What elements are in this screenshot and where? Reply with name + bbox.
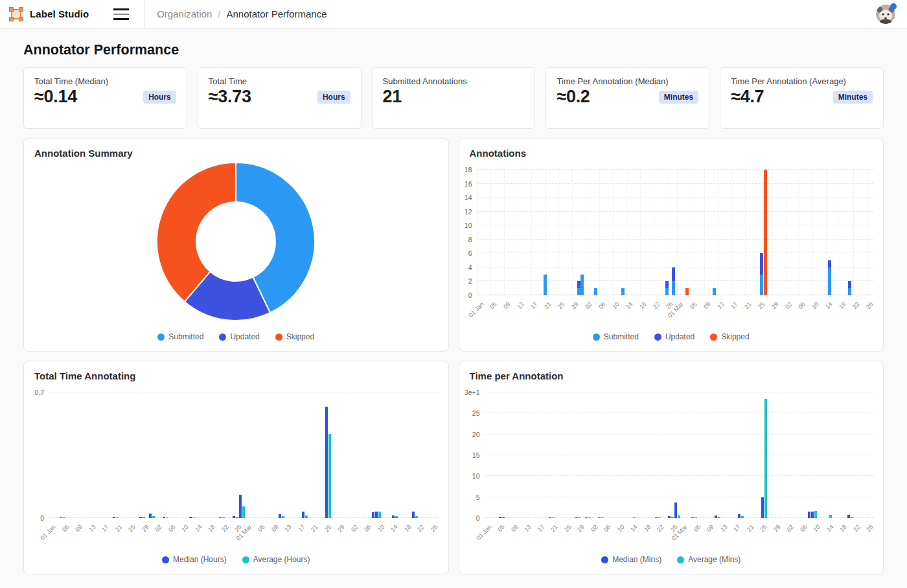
bar-average-13-feb[interactable] [192, 517, 195, 518]
bar-average-01-feb[interactable] [588, 517, 591, 518]
bar-average-19-mar[interactable] [305, 515, 308, 518]
legend-item-median-hours[interactable]: Median (Hours) [162, 555, 227, 564]
bar-updated-26-feb[interactable] [665, 281, 669, 288]
bar-average-15-feb[interactable] [633, 517, 636, 518]
bar-updated-21-apr[interactable] [848, 281, 851, 288]
bar-submitted-21-apr[interactable] [848, 288, 851, 295]
bar-median-05-mar[interactable] [691, 517, 694, 518]
bar-median-12-mar[interactable] [715, 515, 717, 518]
stat-label: Total Time [209, 76, 350, 86]
legend-item-skipped[interactable]: Skipped [710, 332, 749, 341]
legend-item-submitted[interactable]: Submitted [593, 332, 639, 341]
gridline [477, 170, 478, 295]
bar-median-21-jan[interactable] [549, 517, 551, 518]
app-logo[interactable]: Label Studio [0, 7, 89, 21]
bar-median-09-apr[interactable] [372, 512, 374, 518]
bar-skipped-27-mar[interactable] [764, 170, 767, 295]
legend-item-updated[interactable]: Updated [654, 332, 695, 341]
bar-median-26-feb[interactable] [233, 516, 235, 518]
bar-average-21-jan[interactable] [116, 517, 119, 518]
bar-submitted-13-feb[interactable] [621, 288, 625, 295]
bar-submitted-01-feb[interactable] [580, 275, 584, 295]
bar-median-05-feb[interactable] [163, 517, 165, 518]
legend-item-average-mins[interactable]: Average (Mins) [677, 555, 741, 564]
bar-median-09-apr[interactable] [808, 512, 810, 518]
bar-median-29-jan[interactable] [139, 517, 142, 518]
bar-median-05-jan[interactable] [60, 517, 62, 518]
bar-median-19-mar[interactable] [302, 512, 304, 518]
bar-average-05-mar[interactable] [695, 517, 697, 518]
legend-dot-icon [677, 556, 684, 563]
bar-median-10-apr[interactable] [811, 512, 814, 518]
bar-median-26-mar[interactable] [325, 407, 328, 518]
legend-item-submitted[interactable]: Submitted [157, 332, 203, 341]
gridline [840, 170, 840, 295]
bar-submitted-28-feb[interactable] [672, 281, 675, 295]
bar-average-05-feb[interactable] [166, 517, 168, 518]
bar-median-21-apr[interactable] [412, 512, 415, 518]
bar-submitted-26-feb[interactable] [665, 288, 669, 295]
bar-average-28-feb[interactable] [678, 515, 680, 518]
stat-card-time-per-annotation-average: Time Per Annotation (Average) ≈4.7 Minut… [720, 67, 884, 129]
menu-toggle-icon[interactable] [113, 8, 129, 20]
bar-average-12-mar[interactable] [718, 517, 720, 518]
bar-median-05-feb[interactable] [598, 517, 601, 518]
bar-average-29-jan[interactable] [579, 517, 581, 518]
bar-average-05-feb[interactable] [601, 517, 604, 518]
breadcrumb-organization[interactable]: Organization [157, 8, 212, 19]
bar-median-10-apr[interactable] [375, 512, 378, 518]
x-axis-tick-label: 09 [502, 300, 512, 310]
bar-median-22-feb[interactable] [655, 517, 658, 518]
bar-average-21-apr[interactable] [851, 517, 853, 518]
bar-average-15-apr[interactable] [829, 515, 832, 518]
bar-skipped-04-mar[interactable] [685, 288, 689, 295]
legend-label: Submitted [604, 332, 639, 341]
bar-average-06-jan[interactable] [502, 517, 505, 518]
bar-average-26-feb[interactable] [671, 517, 674, 518]
bar-median-21-jan[interactable] [113, 517, 115, 518]
bar-average-01-feb[interactable] [152, 516, 155, 518]
bar-median-13-feb[interactable] [189, 517, 192, 518]
legend-item-median-mins[interactable]: Median (Mins) [601, 555, 661, 564]
bar-median-26-feb[interactable] [668, 516, 671, 518]
legend-item-skipped[interactable]: Skipped [275, 332, 314, 341]
bar-median-28-feb[interactable] [674, 503, 677, 518]
bar-submitted-05-feb[interactable] [594, 288, 597, 295]
bar-average-21-jan[interactable] [552, 517, 555, 518]
bar-average-15-apr[interactable] [395, 516, 398, 518]
bar-submitted-21-jan[interactable] [544, 275, 547, 295]
bar-average-26-mar[interactable] [764, 399, 767, 518]
bar-average-05-jan[interactable] [63, 517, 65, 518]
user-avatar[interactable] [876, 5, 895, 24]
bar-average-21-apr[interactable] [415, 516, 418, 518]
bar-average-26-mar[interactable] [328, 434, 331, 518]
bar-average-22-feb[interactable] [658, 517, 661, 518]
bar-median-12-mar[interactable] [279, 514, 281, 518]
legend-item-average-hours[interactable]: Average (Hours) [242, 555, 310, 564]
bar-median-28-feb[interactable] [239, 495, 242, 518]
bar-average-10-apr[interactable] [814, 511, 817, 518]
bar-average-29-jan[interactable] [143, 517, 145, 518]
bar-median-06-jan[interactable] [499, 517, 501, 518]
bar-updated-28-feb[interactable] [672, 267, 675, 282]
bar-average-26-feb[interactable] [236, 517, 238, 518]
stats-row: Total Time (Median) ≈0.14 Hours Total Ti… [23, 67, 884, 129]
bar-average-12-mar[interactable] [282, 516, 284, 518]
bar-average-10-apr[interactable] [378, 512, 381, 518]
bar-median-29-jan[interactable] [575, 517, 578, 518]
legend-dot-icon [601, 556, 608, 563]
bar-submitted-15-apr[interactable] [828, 267, 831, 295]
bar-median-01-feb[interactable] [149, 514, 152, 518]
bar-median-22-feb[interactable] [219, 517, 222, 518]
bar-average-28-feb[interactable] [242, 506, 245, 518]
legend-item-updated[interactable]: Updated [219, 332, 259, 341]
bar-average-22-feb[interactable] [222, 517, 225, 518]
bar-updated-15-apr[interactable] [828, 260, 831, 267]
bar-median-01-feb[interactable] [585, 517, 588, 518]
bar-median-26-mar[interactable] [761, 497, 764, 518]
bar-median-15-apr[interactable] [392, 515, 395, 518]
bar-average-19-mar[interactable] [741, 516, 744, 518]
bar-median-21-apr[interactable] [847, 515, 850, 518]
bar-median-19-mar[interactable] [738, 514, 741, 518]
bar-submitted-12-mar[interactable] [713, 288, 716, 295]
